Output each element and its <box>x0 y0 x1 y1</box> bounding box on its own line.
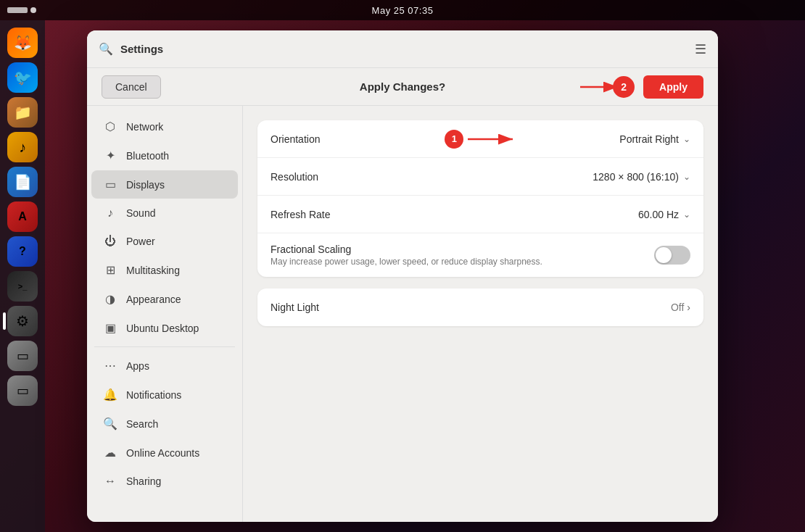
taskbar-files[interactable]: 📁 <box>7 97 38 128</box>
displays-icon: ▭ <box>103 178 117 191</box>
sidebar-label-appearance: Appearance <box>126 294 181 305</box>
taskbar-scanner2[interactable]: ▭ <box>7 375 38 406</box>
display-settings-card: Orientation 1 <box>257 120 703 277</box>
notifications-icon: 🔔 <box>103 388 117 402</box>
menu-icon[interactable]: ☰ <box>695 41 706 57</box>
settings-body: ⬡ Network ✦ Bluetooth ▭ Displays ♪ Sound… <box>87 106 718 522</box>
power-icon: ⏻ <box>103 235 117 248</box>
night-light-chevron-icon: › <box>687 302 690 313</box>
resolution-value[interactable]: 1280 × 800 (16:10) ⌄ <box>593 171 690 183</box>
apply-question: Apply Changes? <box>360 80 445 93</box>
sidebar-item-multitasking[interactable]: ⊞ Multitasking <box>91 256 238 284</box>
topbar-time: May 25 07:35 <box>372 5 434 16</box>
scaling-toggle[interactable] <box>654 246 690 265</box>
sidebar-separator <box>94 346 235 347</box>
topbar-dot <box>30 7 36 13</box>
resolution-row: Resolution 1280 × 800 (16:10) ⌄ <box>257 158 703 196</box>
scaling-label: Fractional Scaling <box>271 244 654 255</box>
sidebar-label-ubuntu-desktop: Ubuntu Desktop <box>126 323 199 334</box>
topbar-indicators <box>7 7 36 13</box>
apps-icon: ⋯ <box>103 359 117 373</box>
ubuntu-desktop-icon: ▣ <box>103 321 117 335</box>
sidebar-item-sound[interactable]: ♪ Sound <box>91 199 238 227</box>
taskbar-scanner[interactable]: ▭ <box>7 341 38 371</box>
orientation-value-text: Portrait Right <box>619 133 679 145</box>
resolution-label: Resolution <box>271 171 593 183</box>
sidebar: ⬡ Network ✦ Bluetooth ▭ Displays ♪ Sound… <box>87 106 243 522</box>
online-accounts-icon: ☁ <box>103 446 117 460</box>
settings-header: 🔍 Settings ☰ <box>87 30 718 68</box>
sidebar-item-sharing[interactable]: ↔ Sharing <box>91 467 238 495</box>
network-icon: ⬡ <box>103 120 117 133</box>
arrow-to-apply <box>580 80 624 94</box>
night-light-card: Night Light Off › <box>257 288 703 326</box>
night-light-label: Night Light <box>271 302 671 313</box>
sidebar-label-sound: Sound <box>126 207 155 219</box>
sidebar-label-sharing: Sharing <box>126 475 161 487</box>
taskbar-rhythmbox[interactable]: ♪ <box>7 132 38 162</box>
sidebar-item-online-accounts[interactable]: ☁ Online Accounts <box>91 439 238 467</box>
refresh-rate-row: Refresh Rate 60.00 Hz ⌄ <box>257 196 703 233</box>
resolution-chevron-icon: ⌄ <box>683 172 690 182</box>
sidebar-label-multitasking: Multitasking <box>126 265 180 276</box>
sidebar-item-ubuntu-desktop[interactable]: ▣ Ubuntu Desktop <box>91 314 238 342</box>
annotation-1: 1 <box>445 130 519 149</box>
taskbar-writer[interactable]: 📄 <box>7 167 38 197</box>
search-icon[interactable]: 🔍 <box>99 42 113 56</box>
sidebar-label-notifications: Notifications <box>126 389 181 401</box>
sidebar-item-power[interactable]: ⏻ Power <box>91 228 238 255</box>
sidebar-label-network: Network <box>126 121 163 133</box>
night-light-value-text: Off <box>671 302 684 313</box>
sidebar-item-apps[interactable]: ⋯ Apps <box>91 352 238 380</box>
apply-button[interactable]: Apply <box>643 75 703 99</box>
sidebar-label-bluetooth: Bluetooth <box>126 150 169 162</box>
taskbar-terminal[interactable]: >_ <box>7 271 38 302</box>
orientation-row: Orientation 1 <box>257 120 703 158</box>
apply-bar: Cancel Apply Changes? 2 Apply <box>87 68 718 106</box>
taskbar: 🦊 🐦 📁 ♪ 📄 A ? >_ ⚙ ▭ ▭ <box>0 20 45 532</box>
scaling-row: Fractional Scaling May increase power us… <box>257 233 703 277</box>
sound-icon: ♪ <box>103 207 117 220</box>
sidebar-item-displays[interactable]: ▭ Displays <box>91 170 238 199</box>
sidebar-item-appearance[interactable]: ◑ Appearance <box>91 285 238 313</box>
arrow-1 <box>468 132 519 146</box>
bluetooth-icon: ✦ <box>103 149 117 162</box>
sidebar-label-apps: Apps <box>126 360 149 372</box>
orientation-chevron-icon: ⌄ <box>683 134 690 144</box>
apply-right: 2 Apply <box>613 75 703 99</box>
sidebar-item-notifications[interactable]: 🔔 Notifications <box>91 381 238 409</box>
scaling-label-group: Fractional Scaling May increase power us… <box>271 244 654 267</box>
taskbar-firefox[interactable]: 🦊 <box>7 28 38 58</box>
sidebar-label-displays: Displays <box>126 179 165 191</box>
sidebar-label-power: Power <box>126 236 155 247</box>
sidebar-label-online-accounts: Online Accounts <box>126 447 199 459</box>
night-light-row[interactable]: Night Light Off › <box>257 288 703 326</box>
sharing-icon: ↔ <box>103 475 117 488</box>
appearance-icon: ◑ <box>103 292 117 306</box>
taskbar-help[interactable]: ? <box>7 236 38 267</box>
refresh-label: Refresh Rate <box>271 209 638 220</box>
resolution-value-text: 1280 × 800 (16:10) <box>593 171 679 183</box>
orientation-value[interactable]: Portrait Right ⌄ <box>619 133 690 145</box>
sidebar-item-bluetooth[interactable]: ✦ Bluetooth <box>91 141 238 170</box>
taskbar-settings[interactable]: ⚙ <box>7 306 38 336</box>
main-content: Orientation 1 <box>243 106 718 522</box>
sidebar-item-network[interactable]: ⬡ Network <box>91 112 238 141</box>
refresh-chevron-icon: ⌄ <box>683 209 690 220</box>
refresh-value-text: 60.00 Hz <box>638 209 679 220</box>
search-sidebar-icon: 🔍 <box>103 417 117 431</box>
sidebar-label-search: Search <box>126 418 158 430</box>
refresh-value[interactable]: 60.00 Hz ⌄ <box>638 209 690 220</box>
topbar-bar <box>7 7 28 13</box>
sidebar-item-search[interactable]: 🔍 Search <box>91 410 238 438</box>
taskbar-thunderbird[interactable]: 🐦 <box>7 62 38 93</box>
multitasking-icon: ⊞ <box>103 263 117 277</box>
taskbar-appstore[interactable]: A <box>7 201 38 232</box>
settings-title: Settings <box>120 43 688 55</box>
topbar: May 25 07:35 <box>0 0 805 20</box>
cancel-button[interactable]: Cancel <box>102 75 161 99</box>
night-light-value[interactable]: Off › <box>671 302 690 313</box>
settings-window: 🔍 Settings ☰ Cancel Apply Changes? 2 App… <box>87 30 718 522</box>
badge-1-circle: 1 <box>445 130 463 149</box>
scaling-sublabel: May increase power usage, lower speed, o… <box>271 257 654 267</box>
